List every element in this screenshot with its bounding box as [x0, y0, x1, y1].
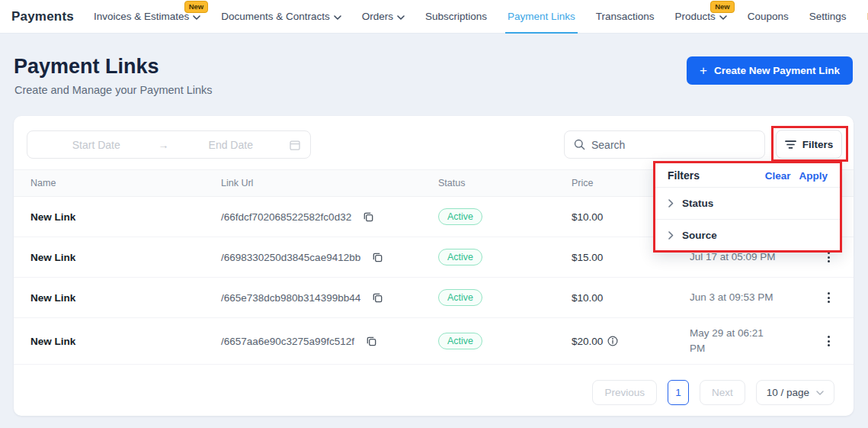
nav-item-invoices-estimates[interactable]: Invoices & Estimates New [94, 0, 200, 33]
nav-item-settings[interactable]: Settings [809, 0, 847, 33]
column-header-link-url: Link Url [221, 178, 438, 188]
nav-item-subscriptions[interactable]: Subscriptions [425, 0, 487, 33]
start-date-input[interactable]: Start Date [37, 139, 155, 151]
search-icon [574, 139, 585, 150]
nav-items: Invoices & Estimates New Documents & Con… [94, 0, 868, 33]
copy-icon[interactable] [372, 292, 383, 304]
column-header-status: Status [438, 178, 572, 188]
info-icon[interactable] [607, 336, 618, 346]
nav-item-payment-links[interactable]: Payment Links [508, 0, 575, 33]
calendar-icon[interactable] [290, 140, 300, 150]
current-page-button[interactable]: 1 [668, 380, 689, 405]
status-badge: Active [438, 249, 482, 265]
nav-item-label: Orders [362, 11, 393, 22]
row-actions-menu-icon[interactable] [822, 290, 835, 305]
create-new-payment-link-button[interactable]: + Create New Payment Link [687, 56, 853, 85]
nav-item-products[interactable]: Products New [674, 0, 726, 33]
link-name: New Link [30, 292, 221, 304]
link-url: /665e738dcb980b314399bb44 [221, 292, 360, 304]
nav-item-label: Invoices & Estimates [94, 11, 189, 22]
app-brand: Payments [11, 9, 74, 24]
plus-icon: + [700, 64, 707, 77]
chevron-down-icon [397, 15, 405, 20]
pagination: Previous 1 Next 10 / page [14, 368, 854, 416]
link-url-cell: /66fdcf702068522582fc0d32 [221, 211, 438, 223]
filters-popup-title: Filters [668, 169, 700, 182]
link-name: New Link [30, 211, 221, 223]
link-url-cell: /665e738dcb980b314399bb44 [221, 292, 438, 304]
nav-item-transactions[interactable]: Transactions [596, 0, 655, 33]
link-name: New Link [30, 252, 221, 263]
apply-filters-link[interactable]: Apply [799, 170, 828, 182]
arrow-right-icon: → [155, 139, 172, 151]
page-size-select[interactable]: 10 / page [756, 380, 834, 405]
filter-section-status[interactable]: Status [655, 188, 840, 219]
nav-item-orders[interactable]: Orders [362, 0, 405, 33]
table-row: New Link /665e738dcb980b314399bb44 Activ… [14, 278, 854, 318]
next-page-button[interactable]: Next [700, 380, 745, 405]
link-url-cell: /6657aa6e90c3275a99fc512f [221, 336, 438, 347]
price-cell: $20.00 [572, 336, 690, 347]
page-size-value: 10 / page [767, 387, 809, 398]
filters-popup-actions: Clear Apply [765, 170, 828, 182]
create-button-label: Create New Payment Link [714, 65, 840, 76]
chevron-down-icon [719, 15, 727, 20]
price-value: $20.00 [572, 336, 603, 347]
previous-page-button[interactable]: Previous [592, 380, 657, 405]
chevron-right-icon [668, 231, 674, 240]
nav-item-coupons[interactable]: Coupons [748, 0, 789, 33]
status-cell: Active [438, 249, 572, 265]
nav-item-documents-contracts[interactable]: Documents & Contracts [221, 0, 341, 33]
created-at-value: May 29 at 06:21 PM [690, 326, 780, 356]
nav-item-label: Documents & Contracts [221, 11, 330, 22]
search-input[interactable] [591, 139, 755, 151]
filter-section-label: Status [682, 198, 713, 209]
filter-section-label: Source [682, 230, 717, 241]
status-cell: Active [438, 208, 572, 225]
nav-item-label: Transactions [596, 11, 655, 22]
page-title: Payment Links [14, 55, 159, 79]
copy-icon[interactable] [372, 252, 383, 263]
filters-button-label: Filters [802, 139, 834, 150]
page-subtitle: Create and Manage your Payment Links [14, 84, 213, 96]
status-badge: Active [438, 333, 482, 349]
link-url: /66fdcf702068522582fc0d32 [221, 211, 351, 223]
link-url: /6698330250d3845cae9412bb [221, 252, 360, 263]
row-actions-menu-icon[interactable] [822, 333, 835, 349]
copy-icon[interactable] [363, 211, 374, 223]
search-box[interactable] [564, 130, 765, 159]
link-url: /6657aa6e90c3275a99fc512f [221, 336, 354, 347]
price-cell: $10.00 [572, 292, 690, 304]
status-cell: Active [438, 289, 572, 306]
copy-icon[interactable] [366, 336, 377, 347]
end-date-input[interactable]: End Date [172, 139, 290, 151]
payment-links-card: Start Date → End Date Filters Filters Cl… [14, 116, 854, 416]
price-value: $15.00 [572, 252, 603, 263]
price-value: $10.00 [572, 211, 603, 223]
column-header-name: Name [30, 178, 221, 188]
nav-item-label: Coupons [748, 11, 789, 22]
filter-lines-icon [785, 140, 796, 149]
chevron-down-icon [816, 391, 824, 395]
chevron-down-icon [334, 15, 341, 20]
nav-item-label: Subscriptions [425, 11, 487, 22]
new-badge: New [184, 1, 209, 13]
filters-button[interactable]: Filters [776, 130, 842, 159]
status-badge: Active [438, 208, 482, 225]
filter-section-source[interactable]: Source [655, 220, 840, 251]
nav-item-label: Settings [809, 11, 847, 22]
link-name: New Link [30, 336, 221, 347]
payment-links-page: Payments Invoices & Estimates New Docume… [0, 0, 868, 428]
table-row: New Link /6657aa6e90c3275a99fc512f Activ… [14, 318, 854, 365]
chevron-right-icon [668, 199, 674, 208]
price-value: $10.00 [572, 292, 603, 304]
date-range-picker[interactable]: Start Date → End Date [27, 130, 311, 159]
top-nav: Payments Invoices & Estimates New Docume… [0, 0, 868, 34]
created-at-cell: May 29 at 06:21 PM [690, 326, 819, 356]
filters-popup: Filters Clear Apply Status Source [653, 161, 842, 253]
new-badge: New [710, 1, 735, 13]
price-cell: $15.00 [572, 252, 690, 263]
status-cell: Active [438, 333, 572, 349]
clear-filters-link[interactable]: Clear [765, 170, 791, 182]
created-at-cell: Jun 3 at 09:53 PM [690, 290, 819, 305]
